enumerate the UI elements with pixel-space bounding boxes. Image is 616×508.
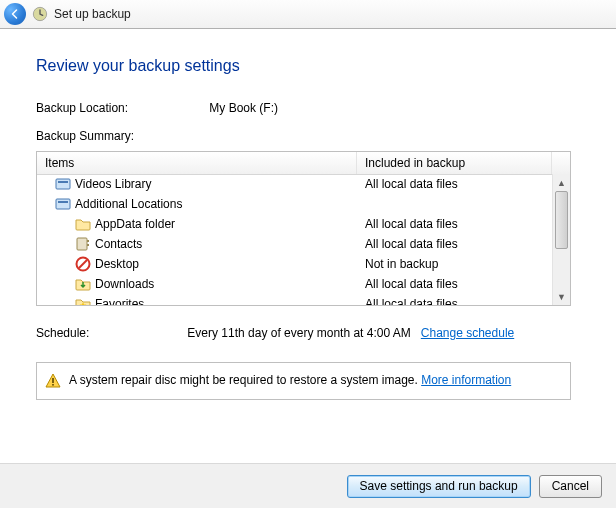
backup-location-value: My Book (F:) (209, 101, 278, 115)
cancel-button[interactable]: Cancel (539, 475, 602, 498)
folder-icon (75, 216, 91, 232)
change-schedule-link[interactable]: Change schedule (421, 326, 514, 340)
list-item[interactable]: Favorites All local data files (37, 294, 553, 305)
page-heading: Review your backup settings (36, 57, 586, 75)
item-status: All local data files (357, 297, 553, 305)
item-name: Videos Library (75, 177, 152, 191)
warning-text: A system repair disc might be required t… (69, 373, 418, 387)
schedule-value: Every 11th day of every month at 4:00 AM (187, 326, 410, 340)
summary-listview: Items Included in backup Videos Library … (36, 151, 571, 306)
list-item[interactable]: Desktop Not in backup (37, 254, 553, 274)
item-name: AppData folder (95, 217, 175, 231)
warning-box: A system repair disc might be required t… (36, 362, 571, 400)
column-header-spacer (552, 152, 570, 174)
back-button[interactable] (4, 3, 26, 25)
item-status: All local data files (357, 237, 553, 251)
svg-rect-7 (87, 244, 89, 246)
item-name: Additional Locations (75, 197, 182, 211)
item-name: Downloads (95, 277, 154, 291)
svg-rect-1 (56, 179, 70, 189)
titlebar: Set up backup (0, 0, 616, 29)
svg-rect-4 (58, 201, 68, 203)
page-content: Review your backup settings Backup Locat… (0, 29, 616, 459)
scroll-down-arrow[interactable]: ▼ (553, 288, 570, 305)
item-name: Contacts (95, 237, 142, 251)
item-status: All local data files (357, 217, 553, 231)
backup-location-label: Backup Location: (36, 101, 206, 115)
list-item[interactable]: Additional Locations (37, 194, 553, 214)
schedule-label: Schedule: (36, 326, 184, 340)
list-item[interactable]: Contacts All local data files (37, 234, 553, 254)
backup-app-icon (32, 6, 48, 22)
blocked-icon (75, 256, 91, 272)
svg-rect-3 (56, 199, 70, 209)
warning-text-container: A system repair disc might be required t… (69, 373, 511, 387)
library-icon (55, 196, 71, 212)
addressbook-icon (75, 236, 91, 252)
listview-header: Items Included in backup (37, 152, 570, 175)
downloads-icon (75, 276, 91, 292)
listview-body: Videos Library All local data files Addi… (37, 174, 553, 305)
item-name: Desktop (95, 257, 139, 271)
window-title: Set up backup (54, 7, 131, 21)
library-icon (55, 176, 71, 192)
scroll-up-arrow[interactable]: ▲ (553, 174, 570, 191)
footer: Save settings and run backup Cancel (0, 463, 616, 508)
item-status: All local data files (357, 277, 553, 291)
svg-rect-2 (58, 181, 68, 183)
backup-location-row: Backup Location: My Book (F:) (36, 101, 586, 115)
scroll-thumb[interactable] (555, 191, 568, 249)
favorites-icon (75, 296, 91, 305)
item-status: Not in backup (357, 257, 553, 271)
item-name: Favorites (95, 297, 144, 305)
schedule-row: Schedule: Every 11th day of every month … (36, 326, 586, 340)
column-header-included[interactable]: Included in backup (357, 152, 552, 174)
save-and-run-button[interactable]: Save settings and run backup (347, 475, 531, 498)
item-status: All local data files (357, 177, 553, 191)
svg-rect-11 (52, 378, 54, 383)
list-item[interactable]: Downloads All local data files (37, 274, 553, 294)
list-item[interactable]: AppData folder All local data files (37, 214, 553, 234)
backup-summary-label: Backup Summary: (36, 129, 586, 143)
scrollbar[interactable]: ▲ ▼ (552, 174, 570, 305)
list-item[interactable]: Videos Library All local data files (37, 174, 553, 194)
column-header-items[interactable]: Items (37, 152, 357, 174)
svg-rect-6 (87, 240, 89, 242)
svg-rect-12 (52, 384, 54, 386)
warning-icon (45, 373, 61, 389)
more-information-link[interactable]: More information (421, 373, 511, 387)
svg-rect-5 (77, 238, 87, 250)
arrow-left-icon (9, 8, 21, 20)
